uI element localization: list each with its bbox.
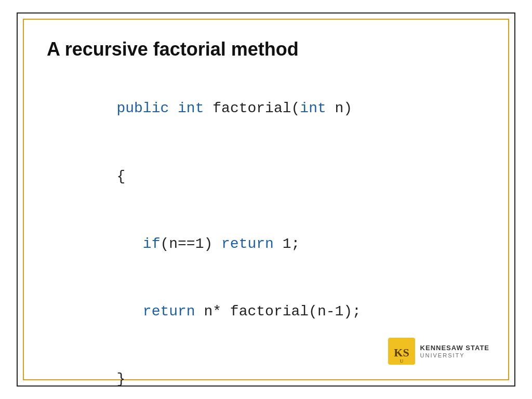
code-line-1: public int factorial(int n) (47, 75, 485, 142)
code-line-2: { (47, 142, 485, 210)
keyword-return-1: return (221, 236, 274, 252)
logo-area: KS U KENNESAW STATE UNIVERSITY (388, 338, 489, 365)
code-line-4: return n* factorial(n-1); (47, 278, 485, 345)
keyword-int-2: int (300, 100, 326, 116)
code-plain-4: 1; (274, 236, 300, 252)
svg-text:KS: KS (394, 346, 409, 359)
code-brace-open: { (116, 168, 125, 184)
keyword-int-1: int (178, 100, 204, 116)
code-plain-2: n) (326, 100, 352, 116)
svg-text:U: U (400, 358, 403, 364)
keyword-if: if (116, 236, 160, 252)
ksu-text-block: KENNESAW STATE UNIVERSITY (420, 344, 489, 359)
code-brace-close: } (116, 371, 125, 387)
code-plain-1: factorial( (204, 100, 300, 116)
keyword-public: public (116, 100, 169, 116)
university-name: KENNESAW STATE (420, 344, 489, 353)
ksu-logo-icon: KS U (388, 338, 415, 365)
slide-title: A recursive factorial method (47, 38, 485, 60)
university-subtitle: UNIVERSITY (420, 352, 489, 358)
code-plain-5: n* factorial(n-1); (195, 303, 361, 320)
slide-outer: A recursive factorial method public int … (17, 12, 515, 387)
code-plain-3: (n==1) (160, 236, 221, 252)
keyword-return-2: return (116, 303, 195, 320)
slide-inner: A recursive factorial method public int … (23, 19, 509, 380)
code-line-3: if(n==1) return 1; (47, 210, 485, 277)
